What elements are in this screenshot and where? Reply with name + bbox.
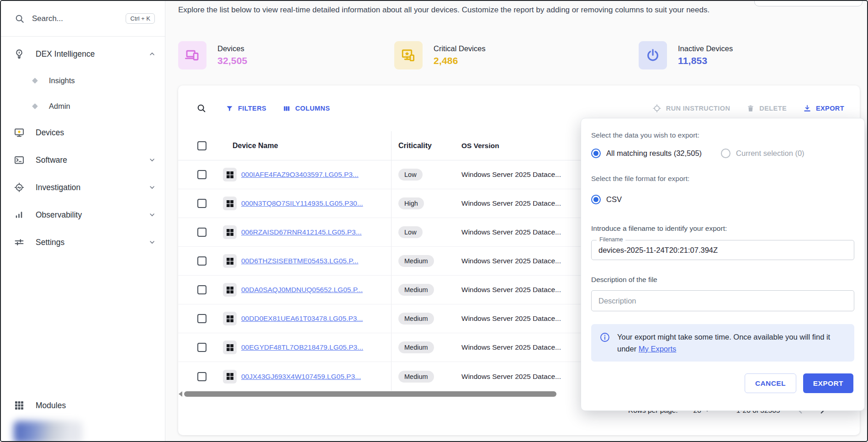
row-checkbox[interactable]: [197, 314, 206, 323]
radio-current-selection[interactable]: [721, 149, 730, 158]
grid-icon: [14, 400, 25, 411]
scrollbar-thumb[interactable]: [184, 391, 556, 397]
sidebar-item-insights[interactable]: Insights: [1, 68, 165, 93]
delete-button[interactable]: DELETE: [746, 104, 787, 112]
sidebar-item-label: Software: [36, 155, 138, 165]
row-checkbox[interactable]: [197, 256, 206, 266]
sidebar-item-label: Devices: [36, 128, 156, 138]
sidebar-item-observability[interactable]: Observability: [1, 201, 165, 229]
device-name-link[interactable]: 006RZAISD67RNR412145.LG05.P3...: [241, 228, 362, 236]
run-instruction-label: RUN INSTRUCTION: [666, 105, 730, 112]
sidebar-item-dex-intelligence[interactable]: DEX Intelligence: [1, 40, 165, 68]
info-icon: [599, 332, 610, 343]
chevron-down-icon: [148, 156, 156, 164]
critical-devices-icon: [394, 41, 423, 69]
chevron-down-icon: [148, 239, 156, 246]
row-checkbox[interactable]: [197, 343, 206, 352]
os-version-cell: Windows Server 2025 Datace...: [461, 373, 561, 381]
dialog-export-button[interactable]: EXPORT: [803, 373, 853, 393]
search-shortcut-badge: Ctrl + K: [126, 13, 155, 24]
top-right-partial-control[interactable]: [754, 0, 863, 6]
scroll-left-arrow-icon[interactable]: [179, 391, 182, 397]
radio-all-matching-label: All matching results (32,505): [606, 149, 702, 158]
my-exports-link[interactable]: My Exports: [639, 345, 677, 353]
stat-label: Inactive Devices: [678, 44, 733, 53]
sidebar-item-investigation[interactable]: Investigation: [1, 174, 165, 201]
filename-field-label: Filename: [597, 236, 625, 243]
sidebar-item-label: Settings: [36, 238, 138, 247]
row-checkbox[interactable]: [197, 372, 206, 381]
criticality-badge: High: [398, 197, 424, 209]
windows-logo-icon: [223, 197, 237, 210]
device-name-link[interactable]: 000IAFE4FAZ9O3403597.LG05.P3...: [241, 170, 359, 179]
export-button[interactable]: EXPORT: [803, 104, 844, 112]
stat-card-critical-devices: Critical Devices 2,486: [394, 41, 486, 69]
description-input[interactable]: [592, 297, 854, 305]
windows-logo-icon: [223, 341, 237, 354]
export-label: EXPORT: [816, 105, 844, 112]
sidebar-item-settings[interactable]: Settings: [1, 229, 165, 256]
trash-icon: [746, 104, 755, 112]
description-section-label: Description of the file: [591, 276, 854, 284]
chevron-up-icon: [148, 50, 156, 58]
cancel-button[interactable]: CANCEL: [745, 373, 796, 393]
stat-value: 11,853: [678, 55, 733, 66]
sidebar-item-devices[interactable]: Devices: [1, 119, 165, 146]
criticality-badge: Medium: [398, 313, 434, 325]
radio-csv[interactable]: [591, 195, 601, 204]
sidebar-item-software[interactable]: Software: [1, 146, 165, 174]
device-name-link[interactable]: 00D6THZSISEBTME05453.LG05.P...: [241, 257, 358, 265]
row-checkbox[interactable]: [197, 285, 206, 294]
filters-button[interactable]: FILTERS: [226, 105, 266, 112]
monitor-devices-icon: [14, 127, 25, 138]
column-header-os-version[interactable]: OS Version: [461, 142, 499, 150]
export-info-alert: Your export might take some time. Once a…: [591, 324, 854, 362]
table-search-icon[interactable]: [196, 103, 206, 113]
search-input[interactable]: Search... Ctrl + K: [1, 1, 165, 37]
columns-button[interactable]: COLUMNS: [283, 105, 330, 112]
power-icon: [639, 41, 667, 69]
sidebar-item-modules[interactable]: Modules: [1, 392, 165, 419]
device-name-link[interactable]: 00EGYDF48TL7OB218479.LG05.P3...: [241, 343, 363, 351]
os-version-cell: Windows Server 2025 Datace...: [461, 314, 561, 323]
os-version-cell: Windows Server 2025 Datace...: [461, 199, 561, 208]
row-checkbox[interactable]: [197, 199, 206, 208]
sliders-icon: [14, 237, 25, 248]
bar-chart-icon: [14, 209, 25, 220]
os-version-cell: Windows Server 2025 Datace...: [461, 228, 561, 236]
device-name-link[interactable]: 00DD0EX81UEA61T03478.LG05.P3...: [241, 314, 363, 323]
export-data-section-label: Select the data you wish to export:: [591, 131, 854, 139]
os-version-cell: Windows Server 2025 Datace...: [461, 257, 561, 265]
row-checkbox[interactable]: [197, 170, 206, 179]
stat-value: 2,486: [434, 55, 486, 66]
filters-label: FILTERS: [238, 105, 266, 112]
column-header-device-name[interactable]: Device Name: [233, 142, 278, 150]
sidebar-item-label: Observability: [36, 210, 138, 220]
device-name-link[interactable]: 000N3TQ8O7SILY114935.LG05.P30...: [241, 199, 363, 208]
criticality-badge: Medium: [398, 371, 434, 383]
funnel-icon: [226, 105, 233, 112]
filename-input[interactable]: [592, 246, 854, 255]
main-content: Explore the list below to view real-time…: [166, 1, 867, 441]
sidebar-item-admin[interactable]: Admin: [1, 93, 165, 119]
windows-logo-icon: [223, 283, 237, 297]
row-checkbox[interactable]: [197, 228, 206, 237]
search-icon: [15, 14, 25, 24]
chevron-down-icon: [148, 184, 156, 191]
sidebar-item-label: Modules: [36, 401, 156, 410]
sidebar-item-label: Investigation: [36, 183, 138, 192]
horizontal-scrollbar[interactable]: [179, 391, 556, 397]
chevron-down-icon: [148, 211, 156, 218]
user-profile-blurred[interactable]: [14, 421, 82, 442]
stat-card-devices: Devices 32,505: [178, 41, 247, 69]
device-name-link[interactable]: 00DA0SAQJ0MDNUQ05652.LG05.P...: [241, 286, 363, 294]
column-header-criticality[interactable]: Criticality: [398, 142, 432, 150]
device-name-link[interactable]: 00JX43GJ693X4W107459.LG05.P3...: [241, 373, 361, 381]
run-instruction-button[interactable]: RUN INSTRUCTION: [652, 104, 730, 113]
export-format-radio-group: CSV: [591, 195, 854, 204]
description-field: [591, 290, 854, 311]
export-dialog: Select the data you wish to export: All …: [581, 118, 865, 411]
radio-all-matching-results[interactable]: [591, 149, 601, 158]
windows-logo-icon: [223, 225, 237, 239]
select-all-checkbox[interactable]: [197, 141, 206, 150]
